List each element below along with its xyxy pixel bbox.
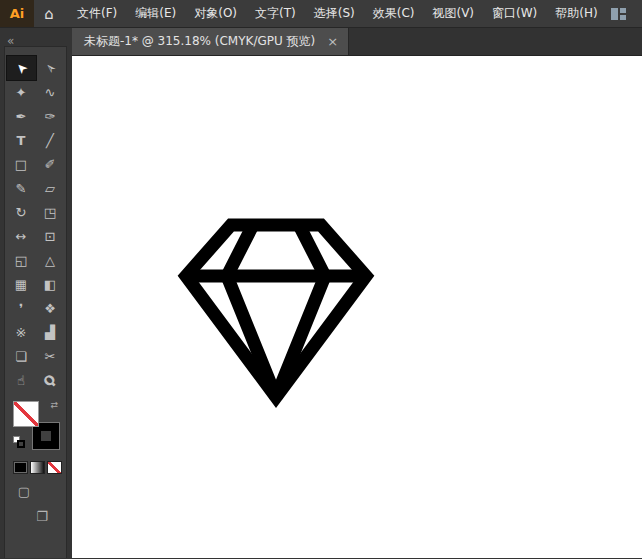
menu-select[interactable]: 选择(S) (305, 0, 364, 27)
menu-effect[interactable]: 效果(C) (364, 0, 424, 27)
free-transform-icon: ⊡ (45, 230, 56, 243)
home-glyph: ⌂ (44, 5, 54, 23)
width-icon: ↔ (16, 230, 27, 243)
tools-dock: « ➤ ➢ ✦ ∿ ✒ ✑ T ╱ □ ✐ ✎ ▱ ↻ ◳ (0, 28, 72, 558)
pen-icon: ✒ (16, 110, 27, 123)
symbol-sprayer-icon: ※ (16, 326, 27, 339)
document-area: 未标题-1* @ 315.18% (CMYK/GPU 预览) × (72, 28, 642, 558)
workspace-switcher-icon[interactable] (611, 0, 626, 27)
tool-type[interactable]: T (7, 128, 36, 152)
menu-type[interactable]: 文字(T) (246, 0, 305, 27)
selection-icon: ➤ (13, 60, 30, 77)
tool-mesh[interactable]: ▦ (7, 272, 36, 296)
shape-builder-icon: ◱ (15, 254, 27, 267)
menu-items: 文件(F) 编辑(E) 对象(O) 文字(T) 选择(S) 效果(C) 视图(V… (64, 0, 607, 27)
tool-lasso[interactable]: ∿ (36, 80, 65, 104)
tool-curvature[interactable]: ✑ (36, 104, 65, 128)
screen-mode-button[interactable]: ❐ (32, 510, 52, 523)
pencil-icon: ✎ (16, 182, 27, 195)
default-fill-stroke-icon[interactable] (13, 436, 26, 449)
tab-bar: 未标题-1* @ 315.18% (CMYK/GPU 预览) × (72, 28, 642, 56)
menu-bar: Ai ⌂ 文件(F) 编辑(E) 对象(O) 文字(T) 选择(S) 效果(C)… (0, 0, 642, 28)
tool-zoom[interactable]: Ϙ (36, 368, 65, 392)
menu-help[interactable]: 帮助(H) (546, 0, 606, 27)
swap-fill-stroke-icon[interactable]: ⇄ (50, 400, 58, 410)
rectangle-icon: □ (15, 158, 27, 171)
document-tab[interactable]: 未标题-1* @ 315.18% (CMYK/GPU 预览) × (72, 28, 349, 55)
perspective-grid-icon: △ (45, 254, 55, 267)
artboard-icon: ❏ (15, 350, 27, 363)
color-button[interactable] (13, 461, 28, 474)
lasso-icon: ∿ (45, 86, 56, 99)
rotate-icon: ↻ (16, 206, 27, 219)
tool-paintbrush[interactable]: ✐ (36, 152, 65, 176)
direct-selection-icon: ➢ (42, 60, 59, 77)
tool-scale[interactable]: ◳ (36, 200, 65, 224)
tool-free-transform[interactable]: ⊡ (36, 224, 65, 248)
fill-stroke-control: ⇄ (13, 401, 59, 449)
tool-symbol-sprayer[interactable]: ※ (7, 320, 36, 344)
hand-icon: ☝ (17, 374, 25, 387)
tool-pencil[interactable]: ✎ (7, 176, 36, 200)
diamond-artwork[interactable] (176, 212, 376, 412)
app-logo: Ai (0, 0, 34, 27)
workspace-icon-right (620, 8, 626, 20)
tool-width[interactable]: ↔ (7, 224, 36, 248)
tool-perspective-grid[interactable]: △ (36, 248, 65, 272)
tool-magic-wand[interactable]: ✦ (7, 80, 36, 104)
mesh-icon: ▦ (15, 278, 27, 291)
eraser-icon: ▱ (45, 182, 55, 195)
none-button[interactable] (47, 461, 62, 474)
panel-header: « (0, 28, 72, 46)
tool-eyedropper[interactable]: ❜ (7, 296, 36, 320)
menu-view[interactable]: 视图(V) (423, 0, 483, 27)
tab-close-icon[interactable]: × (327, 34, 338, 49)
canvas[interactable] (72, 56, 642, 558)
tool-column-graph[interactable]: ▟ (36, 320, 65, 344)
tool-pen[interactable]: ✒ (7, 104, 36, 128)
gradient-button[interactable] (30, 461, 45, 474)
screen-mode-icon: ❐ (36, 509, 48, 524)
tool-blend[interactable]: ❖ (36, 296, 65, 320)
menu-window[interactable]: 窗口(W) (483, 0, 546, 27)
tool-eraser[interactable]: ▱ (36, 176, 65, 200)
tool-gradient[interactable]: ◧ (36, 272, 65, 296)
drawing-modes-icon: ▢ (18, 484, 30, 499)
tool-rotate[interactable]: ↻ (7, 200, 36, 224)
home-icon[interactable]: ⌂ (34, 0, 64, 27)
tool-rectangle[interactable]: □ (7, 152, 36, 176)
curvature-icon: ✑ (45, 110, 56, 123)
illustrator-window: Ai ⌂ 文件(F) 编辑(E) 对象(O) 文字(T) 选择(S) 效果(C)… (0, 0, 642, 558)
diamond-outline (186, 225, 366, 397)
tool-hand[interactable]: ☝ (7, 368, 36, 392)
main-area: « ➤ ➢ ✦ ∿ ✒ ✑ T ╱ □ ✐ ✎ ▱ ↻ ◳ (0, 28, 642, 558)
document-tab-title: 未标题-1* @ 315.18% (CMYK/GPU 预览) (84, 33, 315, 50)
eyedropper-icon: ❜ (19, 302, 23, 315)
tool-line-segment[interactable]: ╱ (36, 128, 65, 152)
menu-edit[interactable]: 编辑(E) (126, 0, 185, 27)
column-graph-icon: ▟ (45, 326, 55, 339)
default-stroke-chip (17, 440, 25, 448)
fill-swatch-none[interactable] (13, 401, 39, 427)
drawing-modes-button[interactable]: ▢ (14, 485, 34, 498)
tool-grid: ➤ ➢ ✦ ∿ ✒ ✑ T ╱ □ ✐ ✎ ▱ ↻ ◳ ↔ ⊡ ◱ (5, 56, 66, 392)
tool-artboard[interactable]: ❏ (7, 344, 36, 368)
tool-selection[interactable]: ➤ (7, 56, 36, 80)
paintbrush-icon: ✐ (45, 158, 56, 171)
zoom-icon: Ϙ (41, 371, 58, 388)
slice-icon: ✂ (45, 350, 56, 363)
tool-direct-selection[interactable]: ➢ (36, 56, 65, 80)
tool-shape-builder[interactable]: ◱ (7, 248, 36, 272)
workspace-icon-left (611, 8, 618, 20)
menu-file[interactable]: 文件(F) (68, 0, 126, 27)
menu-object[interactable]: 对象(O) (185, 0, 246, 27)
scale-icon: ◳ (44, 206, 56, 219)
tool-slice[interactable]: ✂ (36, 344, 65, 368)
blend-icon: ❖ (44, 302, 56, 315)
color-mode-buttons (13, 461, 66, 474)
line-segment-icon: ╱ (46, 134, 54, 147)
gradient-icon: ◧ (44, 278, 56, 291)
app-logo-text: Ai (10, 6, 25, 21)
diamond-facet-lines (227, 225, 325, 397)
magic-wand-icon: ✦ (16, 86, 27, 99)
